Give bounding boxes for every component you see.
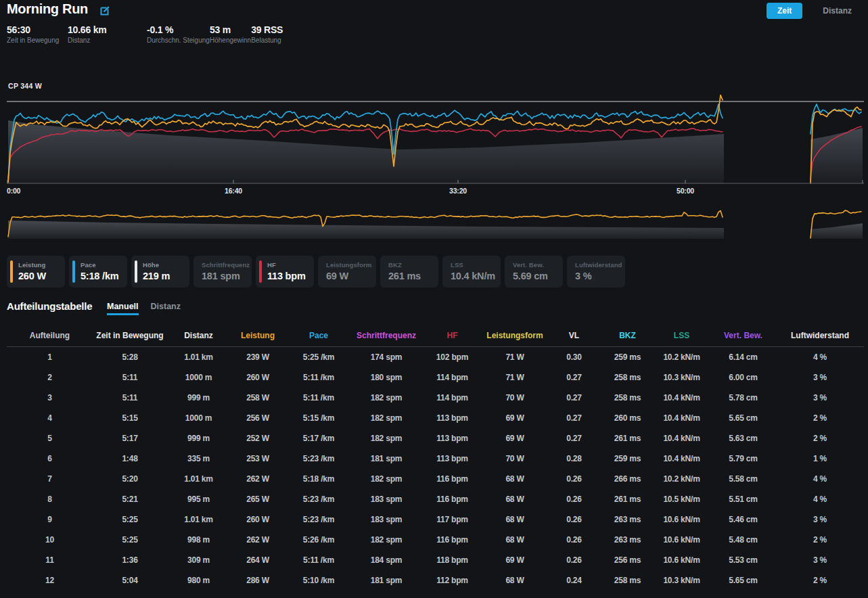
- metric-card[interactable]: Leistungsform 69 W: [318, 256, 376, 288]
- metric-label: Höhe: [143, 261, 189, 269]
- table-header-cell: Schrittfrequenz: [352, 331, 421, 340]
- metric-card[interactable]: Schrittfrequenz 181 spm: [193, 256, 252, 288]
- table-cell: 258 ms: [602, 576, 653, 585]
- table-cell: 10.6 kN/m: [653, 555, 710, 565]
- table-cell: 0.26: [546, 555, 602, 565]
- metric-card[interactable]: LSS 10.4 kN/m: [442, 256, 501, 288]
- table-cell: 256 W: [230, 413, 285, 423]
- table-cell: 68 W: [484, 535, 546, 545]
- split-table: Aufteilung Zeit in Bewegung Distanz Leis…: [7, 327, 864, 591]
- metric-value: 260 W: [18, 271, 65, 281]
- table-cell: 5:17: [93, 434, 167, 443]
- split-table-tab[interactable]: Manuell: [107, 302, 139, 315]
- overview-navigator-chart[interactable]: [7, 203, 864, 241]
- table-cell: 181 spm: [352, 576, 421, 585]
- metric-value: 181 spm: [202, 271, 252, 281]
- edit-icon[interactable]: [99, 5, 111, 16]
- metric-cards: Leistung 260 W Pace 5:18 /km Höhe 219 m …: [7, 256, 625, 288]
- table-cell: 2 %: [776, 576, 864, 585]
- table-cell: 10.2 kN/m: [653, 352, 710, 362]
- table-cell: 183 spm: [352, 515, 421, 524]
- table-cell: 4 %: [776, 352, 864, 362]
- table-row: 6 1:48 335 m 253 W 5:23 /km 181 spm 113 …: [7, 448, 864, 469]
- table-cell: 10.4 kN/m: [653, 413, 710, 423]
- metric-card[interactable]: BKZ 261 ms: [380, 256, 438, 288]
- table-cell: 258 ms: [602, 393, 653, 402]
- table-cell: 183 spm: [352, 495, 421, 504]
- table-header-cell: HF: [421, 331, 484, 340]
- summary-stats: 56:30 Zeit in Bewegung 10.66 km Distanz …: [7, 24, 283, 44]
- table-cell: 5.65 cm: [710, 576, 776, 585]
- metric-card[interactable]: Vert. Bew. 5.69 cm: [505, 256, 563, 288]
- table-cell: 5:04: [93, 576, 167, 585]
- table-cell: 5:11 /km: [285, 555, 352, 565]
- metric-card[interactable]: HF 113 bpm: [256, 256, 314, 288]
- metric-label: Schrittfrequenz: [202, 261, 252, 269]
- table-cell: 5:11: [93, 393, 167, 402]
- table-cell: 10.4 kN/m: [653, 393, 710, 402]
- table-cell: 10.6 kN/m: [653, 515, 710, 524]
- table-cell: 1:48: [93, 454, 167, 463]
- metric-label: Leistung: [18, 261, 65, 269]
- table-cell: 112 bpm: [421, 576, 484, 585]
- table-cell: 995 m: [167, 495, 230, 504]
- table-cell: 263 ms: [602, 535, 653, 545]
- table-cell: 5.46 cm: [710, 515, 776, 524]
- table-cell: 1:36: [93, 555, 167, 565]
- toggle-option-button[interactable]: Zeit: [767, 3, 802, 19]
- table-body: 1 5:28 1.01 km 239 W 5:25 /km 174 spm 10…: [7, 347, 864, 591]
- metric-card[interactable]: Luftwiderstand 3 %: [567, 256, 625, 288]
- metric-card[interactable]: Höhe 219 m: [131, 256, 189, 288]
- metric-value: 113 bpm: [267, 271, 314, 281]
- table-cell: 0.30: [546, 352, 602, 362]
- table-cell: 2 %: [776, 434, 864, 443]
- table-row: 12 5:04 980 m 286 W 5:10 /km 181 spm 112…: [7, 570, 864, 591]
- table-cell: 5.48 cm: [710, 535, 776, 545]
- table-row: 3 5:11 999 m 258 W 5:11 /km 182 spm 114 …: [7, 388, 864, 408]
- table-cell: 182 spm: [352, 434, 421, 443]
- table-cell: 71 W: [484, 373, 546, 382]
- table-cell: 102 bpm: [421, 352, 484, 362]
- table-cell: 6: [7, 454, 93, 463]
- split-table-tab[interactable]: Distanz: [151, 302, 181, 315]
- table-cell: 116 bpm: [421, 474, 484, 484]
- table-cell: 180 spm: [352, 373, 421, 382]
- table-cell: 69 W: [484, 555, 546, 565]
- table-cell: 0.27: [546, 373, 602, 382]
- table-row: 4 5:15 1000 m 256 W 5:15 /km 182 spm 113…: [7, 408, 864, 428]
- metric-card[interactable]: Leistung 260 W: [7, 256, 65, 288]
- table-cell: 5:20: [93, 474, 167, 484]
- stat-label: Durchschn. Steigung: [147, 37, 210, 44]
- table-cell: 999 m: [167, 393, 230, 402]
- table-cell: 4 %: [776, 495, 864, 504]
- metric-value: 5.69 cm: [513, 271, 563, 281]
- stat-label: Zeit in Bewegung: [7, 37, 68, 44]
- table-cell: 0.26: [546, 515, 602, 524]
- table-cell: 262 W: [230, 535, 285, 545]
- table-cell: 260 W: [230, 515, 285, 524]
- table-row: 10 5:25 998 m 262 W 5:26 /km 182 spm 116…: [7, 530, 864, 550]
- table-cell: 70 W: [484, 454, 546, 463]
- metric-card[interactable]: Pace 5:18 /km: [69, 256, 127, 288]
- table-header-cell: Vert. Bew.: [710, 331, 776, 340]
- main-activity-chart[interactable]: [7, 87, 864, 184]
- x-axis-tick-label: 33:20: [449, 187, 467, 195]
- table-cell: 10: [7, 535, 93, 545]
- table-cell: 5:11 /km: [285, 393, 352, 402]
- table-cell: 256 ms: [602, 555, 653, 565]
- table-cell: 4 %: [776, 474, 864, 484]
- table-cell: 10.2 kN/m: [653, 474, 710, 484]
- x-axis-tick-label: 0:00: [7, 187, 20, 195]
- table-cell: 116 bpm: [421, 535, 484, 545]
- table-cell: 174 spm: [352, 352, 421, 362]
- table-row: 9 5:25 1.01 km 260 W 5:23 /km 183 spm 11…: [7, 509, 864, 530]
- toggle-option-button[interactable]: Distanz: [812, 3, 863, 19]
- table-cell: 113 bpm: [421, 454, 484, 463]
- table-cell: 1.01 km: [167, 352, 230, 362]
- metric-value: 5:18 /km: [81, 271, 127, 281]
- table-cell: 263 ms: [602, 515, 653, 524]
- table-cell: 68 W: [484, 474, 546, 484]
- table-cell: 1 %: [776, 454, 864, 463]
- table-cell: 2: [7, 373, 93, 382]
- table-cell: 239 W: [230, 352, 285, 362]
